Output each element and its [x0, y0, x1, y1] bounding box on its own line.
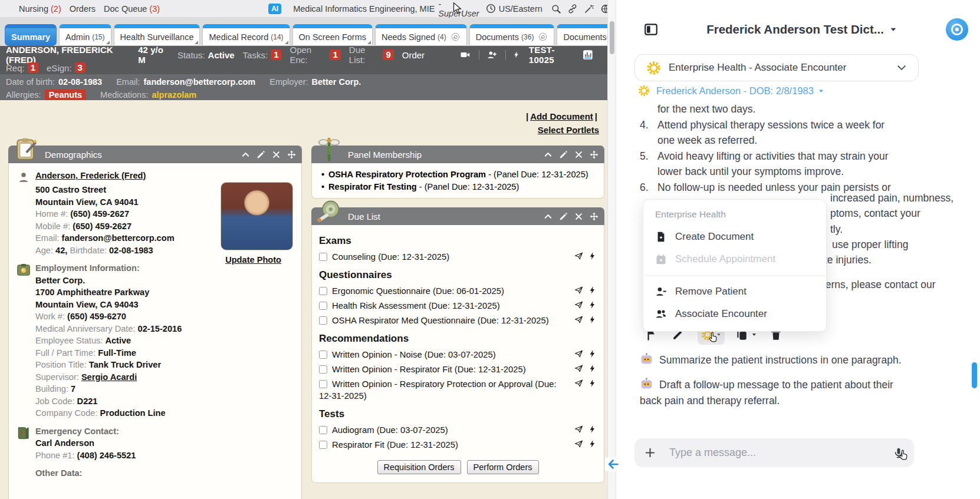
message-input[interactable]: [669, 447, 893, 459]
due-item-checkbox[interactable]: [319, 316, 327, 325]
due-list-badge[interactable]: 9: [383, 49, 393, 60]
patient-context-link[interactable]: Frederick Anderson - DOB: 2/8/1983: [637, 84, 825, 97]
link-icon[interactable]: [567, 4, 578, 14]
tab-summary[interactable]: Summary: [5, 24, 57, 46]
due-list-header[interactable]: Due List: [311, 207, 604, 225]
app-scrollbar-thumb[interactable]: [610, 21, 614, 54]
personminus-icon: [655, 286, 667, 298]
due-item-checkbox[interactable]: [319, 380, 327, 388]
patient-name[interactable]: ANDERSON, FREDERICK (FRED): [6, 45, 130, 65]
tab-admin[interactable]: Admin(15): [59, 24, 111, 46]
send-icon[interactable]: [574, 315, 583, 324]
order-link[interactable]: Order: [402, 50, 425, 60]
panel-toggle-icon[interactable]: [643, 22, 659, 37]
edit-icon[interactable]: [256, 150, 265, 159]
panel-scrollbar-thumb[interactable]: [972, 362, 977, 388]
bolt-icon[interactable]: [588, 439, 597, 448]
patient-name-link[interactable]: Anderson, Frederick (Fred): [35, 171, 146, 180]
top-nav-item[interactable]: Nursing (2): [19, 4, 61, 14]
due-item-checkbox[interactable]: [319, 365, 327, 374]
attach-plus-icon[interactable]: [644, 447, 656, 459]
update-photo-link[interactable]: Update Photo: [225, 255, 281, 265]
org-name[interactable]: Medical Informatics Engineering, MIE: [293, 4, 435, 14]
bolt-icon[interactable]: [588, 286, 597, 295]
tab-needs-signed[interactable]: Needs Signed(4): [375, 24, 467, 46]
perform-orders-button[interactable]: Perform Orders: [467, 460, 539, 474]
send-icon[interactable]: [574, 364, 583, 373]
requisition-orders-button[interactable]: Requisition Orders: [377, 460, 461, 474]
req-badge[interactable]: 1: [28, 62, 38, 73]
suggested-prompt[interactable]: Draft a follow-up message to the patient…: [640, 377, 909, 409]
encounter-select[interactable]: Enterprise Health - Associate Encounter: [634, 54, 919, 81]
send-icon[interactable]: [574, 379, 583, 388]
move-icon[interactable]: [590, 150, 598, 159]
edit-icon[interactable]: [559, 212, 568, 221]
close-icon[interactable]: [574, 212, 583, 221]
timezone[interactable]: US/Eastern: [485, 3, 542, 14]
conversation-title-dropdown[interactable]: Frederick Anderson Test Dict...: [659, 22, 946, 37]
move-icon[interactable]: [590, 212, 598, 221]
close-icon[interactable]: [574, 150, 583, 159]
tasks-badge[interactable]: 1: [271, 49, 281, 60]
bolt-icon[interactable]: [588, 300, 597, 309]
collapse-icon[interactable]: [241, 150, 250, 159]
bolt-icon[interactable]: [588, 379, 597, 388]
send-icon[interactable]: [574, 286, 583, 295]
medication-value[interactable]: alprazolam: [152, 90, 196, 100]
collapse-icon[interactable]: [544, 212, 553, 221]
field-value[interactable]: Sergio Acardi: [81, 372, 137, 382]
tab-on-screen-forms[interactable]: On Screen Forms: [292, 24, 373, 46]
microphone-icon[interactable]: [893, 446, 905, 460]
send-icon[interactable]: [574, 300, 583, 309]
due-item-actions: [570, 425, 597, 434]
bolt-icon[interactable]: [588, 315, 597, 324]
due-item-checkbox[interactable]: [319, 287, 327, 295]
bolt-icon[interactable]: [512, 49, 520, 61]
ai-badge[interactable]: AI: [268, 4, 281, 14]
top-nav-item[interactable]: Orders: [70, 4, 96, 14]
esign-badge[interactable]: 3: [75, 62, 85, 73]
collapse-icon[interactable]: [544, 150, 553, 159]
menu-item-create-document[interactable]: Create Document: [643, 226, 826, 248]
close-icon[interactable]: [272, 150, 281, 159]
menu-item-remove-patient[interactable]: Remove Patient: [643, 280, 826, 303]
due-list-portlet: Due List ExamsCounseling (Due: 12-31-202…: [311, 207, 604, 483]
send-icon[interactable]: [574, 252, 583, 260]
select-portlets-link[interactable]: Select Portlets: [538, 125, 599, 135]
video-camera-icon[interactable]: [460, 49, 471, 61]
demographics-header[interactable]: Demographics: [8, 146, 302, 163]
due-item-checkbox[interactable]: [319, 351, 327, 359]
bolt-icon[interactable]: [588, 425, 597, 434]
due-item-label: Written Opinion - Respiratory Protection…: [319, 379, 557, 401]
due-item-checkbox[interactable]: [319, 253, 327, 261]
due-item-checkbox[interactable]: [319, 426, 327, 434]
chart-icon[interactable]: [583, 49, 593, 61]
add-document-link[interactable]: Add Document: [530, 111, 593, 121]
panel-name: OSHA Respiratory Protection Program: [328, 170, 486, 179]
app-scrollbar: [607, 0, 616, 499]
due-item-checkbox[interactable]: [319, 302, 327, 310]
open-enc-badge[interactable]: 1: [330, 49, 340, 60]
conversation-title: Frederick Anderson Test Dict...: [706, 22, 884, 37]
add-person-icon[interactable]: [486, 49, 497, 61]
search-icon[interactable]: [551, 4, 561, 14]
send-icon[interactable]: [574, 349, 583, 358]
allergy-badge[interactable]: Peanuts: [45, 90, 86, 101]
send-icon[interactable]: [574, 425, 583, 434]
menu-item-associate-encounter[interactable]: Associate Encounter: [643, 303, 826, 325]
bolt-icon[interactable]: [588, 252, 597, 260]
panel-membership-header[interactable]: Panel Membership: [311, 146, 604, 163]
suggested-prompt[interactable]: Summarize the patient instructions in on…: [640, 352, 909, 368]
edit-icon[interactable]: [559, 150, 568, 159]
wand-icon[interactable]: [584, 4, 594, 14]
move-icon[interactable]: [287, 150, 296, 159]
collapse-panel-arrow[interactable]: [605, 457, 621, 471]
tab-documents[interactable]: Documents(36): [469, 24, 555, 46]
send-icon[interactable]: [574, 439, 583, 448]
top-nav-item[interactable]: Doc Queue (3): [104, 4, 160, 14]
bolt-icon[interactable]: [588, 364, 597, 373]
tab-medical-record[interactable]: Medical Record(14): [202, 24, 290, 46]
due-item-checkbox[interactable]: [319, 441, 327, 449]
tab-health-surveillance[interactable]: Health Surveillance: [114, 24, 200, 46]
bolt-icon[interactable]: [588, 349, 597, 358]
